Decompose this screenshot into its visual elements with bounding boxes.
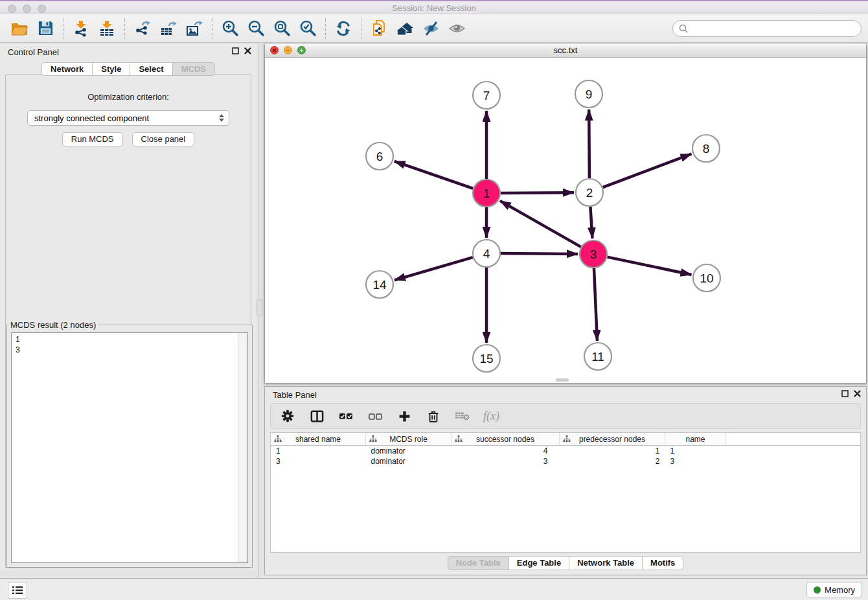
- column-header-name[interactable]: name: [665, 433, 726, 446]
- create-column-button[interactable]: [396, 408, 413, 424]
- refresh-view-button[interactable]: [330, 17, 356, 40]
- mcds-result-title: MCDS result (2 nodes): [8, 320, 98, 330]
- tab-network-table[interactable]: Network Table: [569, 556, 643, 570]
- graph-edge-2-8[interactable]: [603, 154, 692, 188]
- export-image-button[interactable]: [181, 17, 207, 40]
- graph-edge-3-11[interactable]: [594, 268, 597, 341]
- tab-style[interactable]: Style: [92, 62, 130, 76]
- graph-edge-4-3[interactable]: [501, 253, 578, 254]
- toolbar-separator: [63, 18, 63, 39]
- zoom-selected-button[interactable]: [295, 17, 321, 40]
- network-window-titlebar[interactable]: ✕ − + scc.txt: [265, 43, 866, 58]
- float-table-panel-icon[interactable]: [841, 390, 849, 397]
- save-session-button[interactable]: [32, 17, 58, 40]
- svg-text:14: 14: [372, 278, 387, 292]
- home-button[interactable]: [392, 17, 418, 40]
- table-cell[interactable]: 3: [271, 456, 366, 467]
- tab-edge-table[interactable]: Edge Table: [508, 556, 569, 570]
- zoom-in-button[interactable]: [217, 17, 243, 40]
- table-cell[interactable]: 1: [665, 446, 726, 457]
- svg-text:4: 4: [483, 247, 490, 260]
- graph-node-8[interactable]: 8: [692, 135, 720, 162]
- select-all-columns-button[interactable]: [337, 408, 354, 424]
- zoom-out-button[interactable]: [243, 17, 269, 40]
- function-builder-button[interactable]: f(x): [483, 408, 499, 424]
- memory-button[interactable]: Memory: [806, 582, 862, 597]
- table-cell[interactable]: 3: [665, 456, 726, 467]
- column-header-shared-name[interactable]: shared name: [271, 433, 366, 446]
- network-canvas[interactable]: 7968124314101511: [266, 58, 865, 382]
- panel-divider-grip[interactable]: [257, 299, 262, 316]
- tab-network[interactable]: Network: [41, 62, 93, 76]
- zoom-fit-button[interactable]: [269, 17, 295, 40]
- export-table-button[interactable]: [155, 17, 181, 40]
- criterion-select[interactable]: strongly connected component: [27, 110, 229, 126]
- table-cell[interactable]: 1: [560, 446, 665, 457]
- graph-node-3[interactable]: 3: [580, 240, 607, 268]
- delete-column-button[interactable]: [425, 408, 442, 424]
- delete-table-button[interactable]: [454, 408, 471, 424]
- svg-text:6: 6: [376, 150, 383, 163]
- table-row[interactable]: 1dominator411: [271, 446, 860, 457]
- close-panel-icon[interactable]: [244, 47, 251, 54]
- import-network-button[interactable]: [68, 17, 94, 40]
- close-panel-button[interactable]: Close panel: [132, 132, 195, 146]
- zoom-fit-icon: [273, 19, 291, 37]
- column-header-mcds-role[interactable]: MCDS role: [366, 433, 451, 446]
- graph-node-7[interactable]: 7: [473, 82, 500, 109]
- close-table-panel-icon[interactable]: [854, 390, 861, 397]
- graph-node-11[interactable]: 11: [584, 343, 611, 370]
- tab-mcds[interactable]: MCDS: [172, 62, 215, 76]
- status-bar: Memory: [0, 578, 868, 600]
- result-scrollbar[interactable]: [238, 333, 247, 562]
- column-type-icon: [274, 435, 282, 444]
- tab-motifs[interactable]: Motifs: [642, 556, 683, 570]
- graph-edge-2-9[interactable]: [589, 110, 589, 178]
- graph-node-9[interactable]: 9: [575, 80, 602, 108]
- run-mcds-button[interactable]: Run MCDS: [62, 132, 123, 146]
- graph-edge-3-1[interactable]: [500, 201, 581, 247]
- float-panel-icon[interactable]: [232, 47, 239, 54]
- table-cell[interactable]: 2: [560, 456, 665, 467]
- graph-edge-4-14[interactable]: [394, 257, 473, 280]
- deselect-all-columns-button[interactable]: [367, 408, 383, 424]
- toggle-panel-split-button[interactable]: [308, 408, 325, 424]
- table-cell[interactable]: dominator: [366, 446, 451, 457]
- table-cell[interactable]: 4: [451, 446, 560, 457]
- graph-node-2[interactable]: 2: [576, 179, 603, 206]
- table-settings-button[interactable]: [279, 408, 296, 424]
- column-header-predecessor-nodes[interactable]: predecessor nodes: [560, 433, 665, 446]
- mcds-result-list[interactable]: 13: [12, 333, 238, 562]
- graph-node-4[interactable]: 4: [473, 240, 500, 267]
- column-header-successor-nodes[interactable]: successor nodes: [451, 433, 560, 446]
- delete-table-icon: [455, 409, 470, 423]
- table-cell[interactable]: dominator: [366, 456, 451, 467]
- graph-node-15[interactable]: 15: [473, 345, 500, 372]
- graph-edge-1-2[interactable]: [501, 192, 574, 193]
- search-box[interactable]: [672, 20, 862, 37]
- hide-selected-button[interactable]: [418, 17, 444, 40]
- table-row[interactable]: 3dominator323: [271, 456, 860, 467]
- graph-node-14[interactable]: 14: [366, 271, 393, 298]
- task-history-button[interactable]: [8, 582, 27, 599]
- graph-edge-3-10[interactable]: [608, 257, 692, 275]
- show-all-button[interactable]: [444, 17, 470, 40]
- graph-edge-1-6[interactable]: [394, 161, 474, 189]
- open-session-button[interactable]: [6, 17, 32, 40]
- table-cell[interactable]: 3: [451, 456, 560, 467]
- graph-node-10[interactable]: 10: [693, 264, 720, 292]
- search-input[interactable]: [692, 23, 855, 34]
- unchecked-boxes-icon: [368, 408, 383, 424]
- network-from-selection-button[interactable]: [366, 17, 392, 40]
- table-cell[interactable]: 1: [271, 446, 366, 457]
- canvas-scrollbar-handle[interactable]: [556, 378, 569, 382]
- tab-node-table[interactable]: Node Table: [448, 556, 509, 570]
- graph-node-1[interactable]: 1: [473, 179, 500, 207]
- graph-edge-2-3[interactable]: [590, 207, 592, 238]
- graph-node-6[interactable]: 6: [366, 143, 393, 170]
- import-network-icon: [73, 20, 89, 37]
- export-network-button[interactable]: [130, 17, 155, 40]
- import-table-button[interactable]: [94, 17, 120, 40]
- table-cell-filler: [726, 446, 861, 457]
- tab-select[interactable]: Select: [130, 62, 172, 76]
